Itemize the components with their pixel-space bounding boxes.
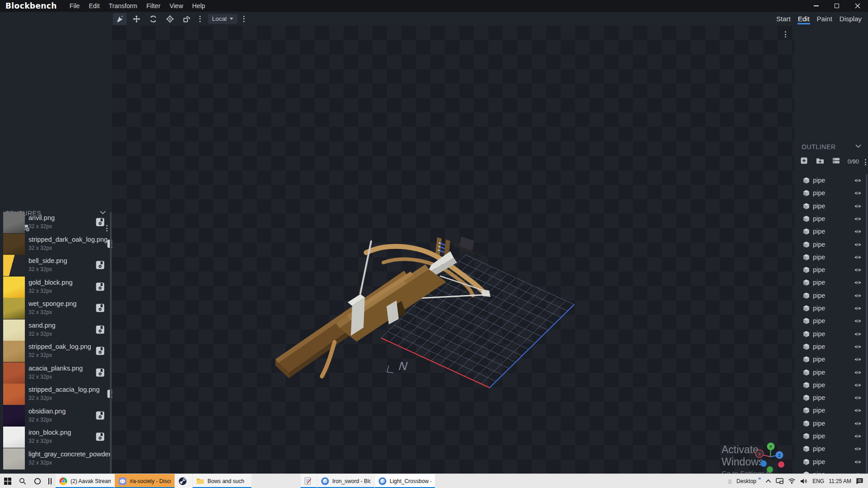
- save-texture-icon[interactable]: [95, 411, 105, 420]
- start-button[interactable]: [0, 474, 15, 488]
- visibility-eye-icon[interactable]: [854, 433, 862, 439]
- axis-neg-x-ball[interactable]: [778, 461, 784, 468]
- outliner-item[interactable]: pipe: [794, 379, 868, 391]
- save-texture-icon[interactable]: [95, 260, 105, 270]
- volume-icon[interactable]: [800, 478, 808, 484]
- menu-view[interactable]: View: [165, 1, 188, 11]
- task-view-button[interactable]: [45, 474, 56, 488]
- visibility-eye-icon[interactable]: [854, 331, 862, 337]
- texture-item[interactable]: sand.png32 x 32px: [0, 319, 112, 341]
- outliner-item[interactable]: pipe: [794, 225, 868, 238]
- outliner-scrollbar[interactable]: [866, 174, 868, 474]
- mode-tab-edit[interactable]: Edit: [794, 13, 813, 24]
- vertex-snap-tool[interactable]: [180, 13, 193, 25]
- toolbar-menu-icon[interactable]: [241, 14, 247, 24]
- close-button[interactable]: [847, 0, 868, 12]
- visibility-eye-icon[interactable]: [854, 305, 862, 311]
- texture-item[interactable]: acacia_planks.png32 x 32px: [0, 362, 112, 384]
- taskbar-app--a-society-discord[interactable]: #a-society - Discord: [115, 474, 175, 488]
- texture-item[interactable]: iron_block.png32 x 32px: [0, 427, 112, 448]
- outliner-item[interactable]: pipe: [794, 187, 868, 199]
- save-texture-icon[interactable]: [95, 432, 105, 441]
- cast-icon[interactable]: [776, 478, 783, 484]
- taskbar-app-light-crossbow-blo-[interactable]: Light_Crossbow - Blo...: [375, 474, 435, 488]
- toolbar-overflow-icon[interactable]: [197, 14, 203, 24]
- taskbar-app-iron-sword-blockbe-[interactable]: Iron_sword - Blockbe...: [317, 474, 374, 488]
- texture-item[interactable]: obsidian.png32 x 32px: [0, 405, 112, 427]
- outliner-item[interactable]: pipe: [794, 404, 868, 417]
- outliner-item[interactable]: pipe: [794, 417, 868, 430]
- visibility-eye-icon[interactable]: [854, 229, 862, 235]
- save-texture-icon[interactable]: [95, 368, 105, 377]
- outliner-item[interactable]: pipe: [794, 238, 868, 251]
- viewport-menu-icon[interactable]: [782, 29, 789, 39]
- save-texture-icon[interactable]: [95, 282, 105, 291]
- texture-item[interactable]: anvil.png32 x 32px: [0, 212, 112, 234]
- textures-scrollbar[interactable]: [110, 212, 112, 474]
- cortana-button[interactable]: [30, 474, 45, 488]
- menu-help[interactable]: Help: [188, 1, 210, 11]
- visibility-eye-icon[interactable]: [854, 293, 862, 299]
- outliner-item[interactable]: pipe: [794, 328, 868, 340]
- gizmo-tool[interactable]: [113, 13, 127, 25]
- axis-neg-y-ball[interactable]: [767, 466, 773, 473]
- outliner-item[interactable]: pipe: [794, 442, 868, 455]
- taskbar-app--2-aavak-streams-sto[interactable]: (2) Aavak Streams Sto...: [56, 474, 114, 488]
- search-button[interactable]: [15, 474, 30, 488]
- visibility-eye-icon[interactable]: [854, 344, 862, 350]
- visibility-eye-icon[interactable]: [854, 395, 862, 401]
- minimize-button[interactable]: [806, 0, 826, 12]
- outliner-item[interactable]: pipe: [794, 251, 868, 263]
- visibility-eye-icon[interactable]: [854, 318, 862, 324]
- menu-filter[interactable]: Filter: [142, 1, 165, 11]
- visibility-eye-icon[interactable]: [854, 216, 862, 222]
- outliner-item[interactable]: pipe: [794, 366, 868, 379]
- save-texture-icon[interactable]: [95, 346, 105, 356]
- outliner-item[interactable]: pipe: [794, 340, 868, 353]
- texture-item[interactable]: wet_sponge.png32 x 32px: [0, 298, 112, 319]
- visibility-eye-icon[interactable]: [854, 382, 862, 388]
- axis-neg-z-ball[interactable]: [760, 460, 767, 467]
- save-texture-icon[interactable]: [95, 303, 105, 313]
- outliner-item[interactable]: pipe: [794, 314, 868, 327]
- rotate-tool[interactable]: [146, 13, 160, 25]
- language-indicator[interactable]: ENG: [812, 478, 824, 484]
- crossbow-model[interactable]: [275, 236, 491, 378]
- clock[interactable]: 11:25 AM: [829, 478, 851, 484]
- menu-edit[interactable]: Edit: [84, 1, 104, 11]
- visibility-eye-icon[interactable]: [854, 178, 862, 183]
- taskbar-app-steam[interactable]: [175, 474, 192, 488]
- visibility-eye-icon[interactable]: [854, 357, 862, 362]
- taskbar-app-bows-and-such[interactable]: Bows and such: [193, 474, 251, 488]
- texture-item[interactable]: light_gray_concrete_powder.png32 x 32px: [0, 448, 112, 470]
- texture-item[interactable]: bell_side.png32 x 32px: [0, 255, 112, 277]
- mode-tab-paint[interactable]: Paint: [813, 13, 836, 24]
- visibility-eye-icon[interactable]: [854, 190, 862, 196]
- viewport-3d[interactable]: Activate Windows Go to Settings to activ…: [112, 26, 794, 474]
- show-hidden-icons-icon[interactable]: [765, 479, 771, 483]
- toolbar-overflow-chevron[interactable]: »: [758, 475, 761, 481]
- outliner-item[interactable]: pipe: [794, 212, 868, 225]
- taskbar-app-editor[interactable]: [301, 474, 317, 488]
- outliner-item[interactable]: pipe: [794, 391, 868, 404]
- texture-item[interactable]: stripped_acacia_log.png32 x 32px: [0, 384, 112, 405]
- visibility-eye-icon[interactable]: [854, 267, 862, 273]
- visibility-eye-icon[interactable]: [854, 280, 862, 286]
- visibility-eye-icon[interactable]: [854, 370, 862, 375]
- pivot-tool[interactable]: [163, 13, 177, 25]
- texture-item[interactable]: gold_block.png32 x 32px: [0, 277, 112, 298]
- outliner-item[interactable]: pipe: [794, 353, 868, 366]
- outliner-item[interactable]: pipe: [794, 174, 868, 187]
- maximize-button[interactable]: [826, 0, 847, 12]
- save-texture-icon[interactable]: [95, 325, 105, 334]
- outliner-item[interactable]: pipe: [794, 289, 868, 302]
- toolbar-handle[interactable]: ||: [728, 479, 732, 484]
- outliner-item[interactable]: pipe: [794, 276, 868, 289]
- visibility-eye-icon[interactable]: [854, 254, 862, 260]
- outliner-item[interactable]: pipe: [794, 200, 868, 212]
- action-center-icon[interactable]: [856, 478, 863, 484]
- save-texture-icon[interactable]: [95, 217, 105, 227]
- mode-tab-display[interactable]: Display: [836, 13, 865, 24]
- visibility-eye-icon[interactable]: [854, 203, 862, 209]
- move-tool[interactable]: [130, 13, 143, 25]
